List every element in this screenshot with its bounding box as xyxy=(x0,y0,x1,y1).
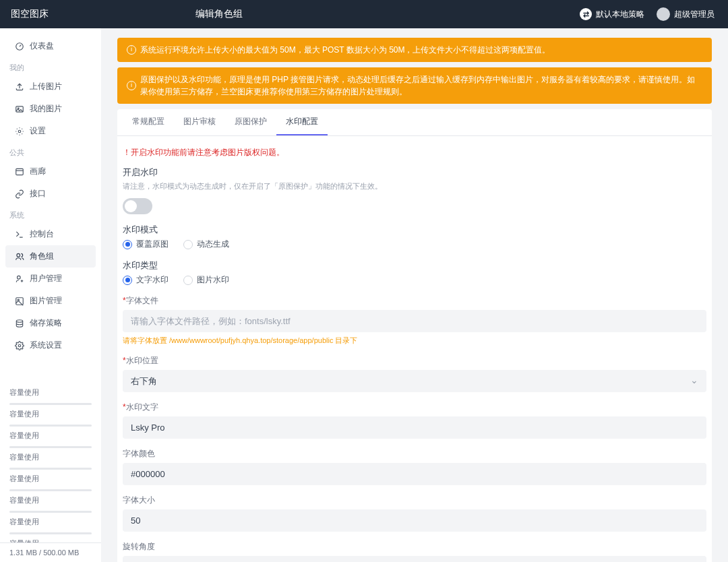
sidebar-item-label: 角色组 xyxy=(30,251,54,262)
sidebar-group-label: 我的 xyxy=(0,57,101,75)
radio-label: 覆盖原图 xyxy=(136,239,169,250)
alert-upload-limit: i 系统运行环境允许上传大小的最大值为 50M，最大 POST 数据大小为 50… xyxy=(117,38,712,62)
gauge-icon xyxy=(15,42,24,51)
sidebar-item-label: 控制台 xyxy=(30,228,54,240)
sidebar-item-my-images[interactable]: 我的图片 xyxy=(5,98,96,120)
sidebar-item-sys-settings[interactable]: 系统设置 xyxy=(5,334,96,356)
radio-icon xyxy=(183,276,193,285)
upload-icon xyxy=(15,82,24,92)
sidebar-item-label: 画廊 xyxy=(30,166,46,177)
sidebar-item-dashboard[interactable]: 仪表盘 xyxy=(5,35,96,57)
sidebar-item-label: 我的图片 xyxy=(30,103,62,115)
gear-icon xyxy=(15,127,24,136)
tab-general[interactable]: 常规配置 xyxy=(123,109,174,135)
usage-label: 容量使用 xyxy=(0,383,101,402)
sidebar-item-image-mgmt[interactable]: 图片管理 xyxy=(5,290,96,312)
mode-overwrite-radio[interactable]: 覆盖原图 xyxy=(123,239,169,250)
usage-label: 容量使用 xyxy=(0,427,101,445)
svg-point-9 xyxy=(16,319,22,322)
users-icon xyxy=(15,252,24,261)
radio-label: 图片水印 xyxy=(197,274,229,286)
alert-text: 原图保护以及水印功能，原理是使用 PHP 接管图片请求，动态处理后缓存之后通过输… xyxy=(140,73,702,98)
sidebar-item-label: 系统设置 xyxy=(30,340,62,351)
toggle-knob xyxy=(125,200,137,212)
sidebar-item-console[interactable]: 控制台 xyxy=(5,223,96,245)
mode-dynamic-radio[interactable]: 动态生成 xyxy=(183,239,229,250)
window-icon xyxy=(15,167,24,177)
radio-label: 文字水印 xyxy=(136,274,169,286)
radio-icon xyxy=(183,240,193,249)
sidebar-item-label: 用户管理 xyxy=(30,273,62,284)
tab-review[interactable]: 图片审核 xyxy=(174,109,225,135)
radio-label: 动态生成 xyxy=(197,239,229,250)
font-file-hint: 请将字体放置 /www/wwwroot/pufjyh.qhya.top/stor… xyxy=(123,336,706,346)
sidebar-item-label: 设置 xyxy=(30,125,46,137)
sidebar-item-label: 仪表盘 xyxy=(30,40,54,52)
font-file-input[interactable] xyxy=(123,310,706,332)
svg-point-5 xyxy=(17,253,20,257)
storage-usage: 1.31 MB / 500.00 MB xyxy=(0,542,101,562)
alert-watermark-warning: i 原图保护以及水印功能，原理是使用 PHP 接管图片请求，动态处理后缓存之后通… xyxy=(117,67,712,104)
radio-icon xyxy=(123,276,132,285)
swap-icon: ⇄ xyxy=(580,8,592,20)
sidebar-item-api[interactable]: 接口 xyxy=(5,183,96,205)
images-icon xyxy=(15,104,24,114)
sidebar-item-roles[interactable]: 角色组 xyxy=(5,245,96,268)
enable-watermark-desc: 请注意，水印模式为动态生成时，仅在开启了「原图保护」功能的情况下生效。 xyxy=(123,181,706,191)
info-icon: i xyxy=(127,45,136,55)
user-menu[interactable]: 超级管理员 xyxy=(657,7,715,21)
rotate-input[interactable] xyxy=(123,556,706,562)
sidebar-item-label: 图片管理 xyxy=(30,295,62,307)
color-input[interactable] xyxy=(123,463,706,485)
enable-watermark-toggle[interactable] xyxy=(123,198,152,214)
sidebar-group-label: 系统 xyxy=(0,205,101,223)
avatar xyxy=(657,7,670,21)
sidebar-item-label: 储存策略 xyxy=(30,317,62,329)
sidebar-group-label: 公共 xyxy=(0,142,101,160)
tab-watermark[interactable]: 水印配置 xyxy=(276,109,328,135)
text-label: *水印文字 xyxy=(123,402,706,413)
enable-watermark-title: 开启水印 xyxy=(123,166,706,179)
font-file-label: *字体文件 xyxy=(123,295,706,307)
tabs: 常规配置 图片审核 原图保护 水印配置 xyxy=(117,109,712,136)
form-panel: 常规配置 图片审核 原图保护 水印配置 ！开启水印功能前请注意考虑图片版权问题。… xyxy=(117,109,712,562)
rotate-label: 旋转角度 xyxy=(123,541,706,553)
copyright-warning: ！开启水印功能前请注意考虑图片版权问题。 xyxy=(123,147,706,158)
color-label: 字体颜色 xyxy=(123,448,706,460)
watermark-mode-title: 水印模式 xyxy=(123,224,706,236)
user-label: 超级管理员 xyxy=(674,9,715,20)
watermark-type-title: 水印类型 xyxy=(123,259,706,272)
policy-label: 默认本地策略 xyxy=(596,9,644,20)
sidebar-item-settings[interactable]: 设置 xyxy=(5,120,96,142)
position-label: *水印位置 xyxy=(123,355,706,367)
usage-label: 容量使用 xyxy=(0,513,101,531)
tab-protect[interactable]: 原图保护 xyxy=(225,109,276,135)
size-input[interactable] xyxy=(123,509,706,532)
main-content: i 系统运行环境允许上传大小的最大值为 50M，最大 POST 数据大小为 50… xyxy=(101,28,728,562)
usage-label: 容量使用 xyxy=(0,448,101,466)
type-text-radio[interactable]: 文字水印 xyxy=(123,274,169,286)
type-image-radio[interactable]: 图片水印 xyxy=(183,274,229,286)
sidebar-item-user-mgmt[interactable]: 用户管理 xyxy=(5,268,96,290)
terminal-icon xyxy=(15,230,24,239)
cog-icon xyxy=(15,341,24,350)
brand-title: 图空图床 xyxy=(0,8,101,20)
usage-label: 容量使用 xyxy=(0,491,101,509)
sidebar-item-gallery[interactable]: 画廊 xyxy=(5,160,96,183)
image-icon xyxy=(15,296,24,306)
usage-label: 容量使用 xyxy=(0,470,101,488)
position-select[interactable]: 右下角 xyxy=(123,370,706,392)
info-icon: i xyxy=(127,81,136,90)
page-title: 编辑角色组 xyxy=(101,8,580,20)
usage-label: 容量使用 xyxy=(0,534,101,542)
text-input[interactable] xyxy=(123,416,706,439)
radio-icon xyxy=(123,240,132,249)
sidebar-item-label: 上传图片 xyxy=(30,81,62,92)
policy-switch[interactable]: ⇄ 默认本地策略 xyxy=(580,8,644,20)
sidebar-item-storage[interactable]: 储存策略 xyxy=(5,312,96,334)
sidebar-item-label: 接口 xyxy=(30,188,46,199)
user-gear-icon xyxy=(15,274,24,284)
svg-rect-4 xyxy=(16,168,24,175)
sidebar-item-upload[interactable]: 上传图片 xyxy=(5,75,96,98)
svg-point-10 xyxy=(18,344,21,347)
